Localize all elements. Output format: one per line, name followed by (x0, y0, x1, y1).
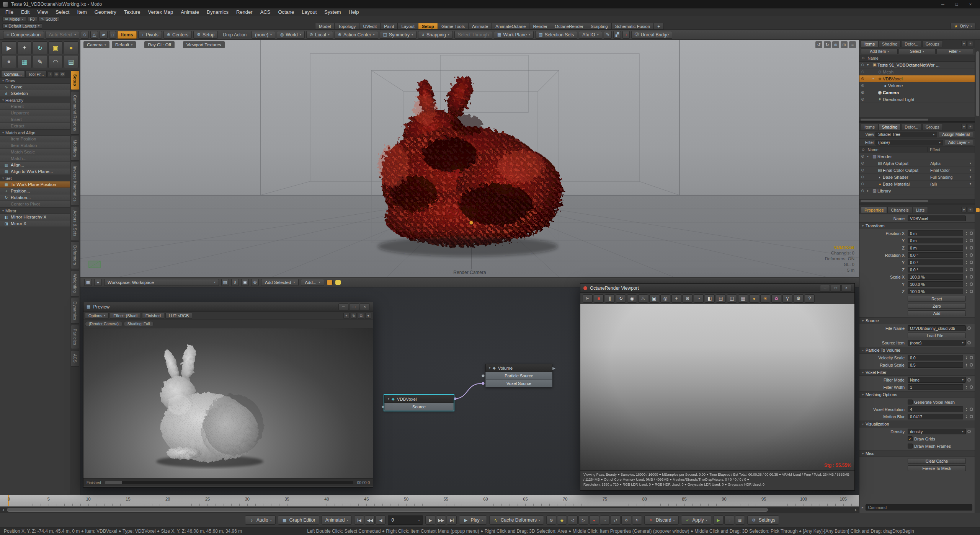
scrollbar-thumb[interactable] (7, 508, 768, 512)
clay-mode-icon[interactable]: ● (749, 294, 759, 303)
add-button[interactable]: Add... ▾ (301, 279, 324, 286)
draw-grids-checkbox[interactable]: ✓ (908, 436, 913, 441)
assign-material-button[interactable]: Assign Material (939, 132, 973, 137)
y-field[interactable]: 0 m (908, 238, 963, 243)
scale-tool-icon[interactable]: ▣ (48, 41, 63, 54)
maximize-button[interactable]: □ (831, 285, 841, 292)
command-skeleton[interactable]: ⋔Skeleton (0, 90, 70, 97)
visibility-eye-icon[interactable]: ⊙ (861, 175, 867, 179)
command-match[interactable]: Match... (0, 155, 70, 162)
filter-width-field[interactable]: 1 (908, 384, 963, 390)
menu-view[interactable]: View (33, 8, 52, 16)
motion-blur-field[interactable]: 0.0417 (908, 414, 963, 419)
add-layer-button[interactable]: Add Layer ▾ (945, 140, 973, 145)
tab-tool-properties[interactable]: Tool Pr... (25, 71, 47, 77)
radius-scale-field[interactable]: 0.5 (908, 362, 963, 368)
name-field[interactable]: VDBVoxel (908, 215, 966, 221)
spinner-icon[interactable]: ▴▾ (965, 252, 968, 258)
action-center-button[interactable]: ⊕Action Center▾ (335, 31, 378, 39)
scrollbar-thumb[interactable] (861, 200, 928, 202)
command-group-draw[interactable]: ▾Draw (0, 77, 70, 84)
command-item-rotation[interactable]: Item Rotation (0, 142, 70, 149)
channel-knob-icon[interactable] (970, 385, 973, 389)
teapot-icon[interactable]: ♨ (638, 294, 648, 303)
draw-mesh-frames-checkbox[interactable] (908, 444, 913, 449)
pin-icon[interactable]: ⊙ (54, 72, 59, 77)
menu-select[interactable]: Select (52, 8, 73, 16)
vertices-mode-button[interactable]: ◇ (81, 31, 88, 39)
minimize-button[interactable]: ─ (936, 1, 949, 8)
density-field[interactable]: density▾ (908, 429, 966, 434)
clear-cache-button[interactable]: Clear Cache (908, 458, 966, 464)
z-field[interactable]: 0 m (908, 245, 963, 251)
section-transform[interactable]: ▾Transform (859, 222, 975, 229)
layout-icon[interactable]: ▦ (84, 279, 92, 286)
shading-mode-button[interactable]: Default▾ (112, 41, 136, 48)
visibility-eye-icon[interactable]: ⊙ (861, 63, 867, 67)
section-misc[interactable]: ▾Misc (859, 450, 975, 457)
jump-icon[interactable]: → (724, 515, 734, 525)
grid-snap-icon[interactable]: ▤ (221, 279, 229, 286)
command-rotation[interactable]: ↻Rotation... (0, 194, 70, 201)
model-mode-button[interactable]: ⊞ Model ▾ (2, 16, 26, 22)
command-parent[interactable]: Parent (0, 103, 70, 110)
item-row-vdbvoxel[interactable]: ⊙▾◆VDBVoxel (859, 75, 975, 82)
command-group-mirror[interactable]: ▾Mirror (0, 207, 70, 214)
discard-button[interactable]: × Discard ▾ (644, 515, 679, 525)
scrollbar-thumb[interactable] (976, 51, 979, 116)
viewport-menu-icon[interactable]: ≡ (849, 41, 856, 48)
item-row-mesh[interactable]: ⊙◇Mesh (859, 69, 975, 75)
drop-action-label[interactable]: Drop Action (219, 31, 250, 39)
select-button[interactable]: Select▾ (898, 48, 935, 54)
effect-cell[interactable]: Full Shading▾ (928, 174, 973, 180)
channel-knob-icon[interactable] (970, 363, 973, 367)
stop-icon[interactable]: ■ (594, 294, 604, 303)
side-tab-modifiers[interactable]: Modifiers (71, 136, 79, 161)
channel-knob-icon[interactable] (967, 378, 971, 382)
undo-icon[interactable]: ↺ (621, 515, 631, 525)
freeze-to-mesh-button[interactable]: Freeze To Mesh (908, 465, 966, 471)
panel-options-icon[interactable]: ▾ (961, 124, 967, 129)
raygl-button[interactable]: Ray GL: Off (144, 41, 175, 48)
items-tab-items[interactable]: Items (861, 41, 878, 47)
shader-row-base-shader[interactable]: ⊙◐Base ShaderFull Shading▾ (859, 174, 975, 181)
zoom-in-icon[interactable]: ⊕ (251, 279, 259, 286)
layout-tab-topology[interactable]: Topology (334, 23, 359, 29)
cache-deformers-button[interactable]: ∿ Cache Deformers ▾ (489, 515, 544, 525)
channel-knob-icon[interactable] (970, 239, 973, 242)
setup-button[interactable]: ⚙Setup (193, 31, 218, 39)
layout-tab-animate[interactable]: Animate (468, 23, 492, 29)
selection-sets-button[interactable]: ▥Selection Sets (535, 31, 577, 39)
work-plane-button[interactable]: ▦Work Plane▾ (494, 31, 534, 39)
prev-key-icon[interactable]: ◁ (568, 515, 578, 525)
close-button[interactable]: × (360, 303, 370, 310)
layout-tab-game-tools[interactable]: Game Tools (438, 23, 468, 29)
voxel-bunny[interactable] (378, 72, 563, 246)
menu-file[interactable]: File (2, 8, 17, 16)
redo-icon[interactable]: ↻ (632, 515, 642, 525)
channel-knob-icon[interactable] (970, 261, 973, 264)
layers-icon[interactable]: ▤ (716, 294, 726, 303)
items-button[interactable]: Items (118, 31, 136, 39)
select-through-button[interactable]: Select Through (454, 31, 492, 39)
new-layout-tab-button[interactable]: + (653, 23, 664, 29)
preview-options-button[interactable]: Options▾ (85, 313, 109, 319)
world-button[interactable]: ◎World▾ (277, 31, 305, 39)
close-button[interactable]: × (964, 1, 977, 8)
items-hscrollbar[interactable] (859, 117, 975, 121)
viewport-3d[interactable]: Camera▾Default▾Ray GL: OffViewport Textu… (80, 40, 859, 277)
command-to-work-plane-position[interactable]: ▦To Work Plane Position (0, 181, 70, 188)
go-to-end-button[interactable]: ▶| (447, 515, 457, 525)
command-group-set[interactable]: ▾Set (0, 175, 70, 181)
menu-acs[interactable]: ACS (256, 8, 274, 16)
spinner-icon[interactable]: ▴▾ (965, 406, 968, 412)
timeline-scrollbar[interactable]: ◂ ▸ (0, 507, 859, 513)
command-align-to-work-plane[interactable]: ▤Align to Work Plane... (0, 168, 70, 175)
channel-knob-icon[interactable] (970, 268, 973, 271)
sun-icon[interactable]: ☀ (760, 294, 770, 303)
right-scroll-strip[interactable] (975, 40, 980, 513)
polygons-mode-button[interactable]: ▰ (100, 31, 107, 39)
pan-icon[interactable]: + (94, 279, 102, 286)
workspace-dropdown[interactable]: Workspace: Workspace ▾ (104, 279, 219, 286)
menu-item[interactable]: Item (73, 8, 90, 16)
